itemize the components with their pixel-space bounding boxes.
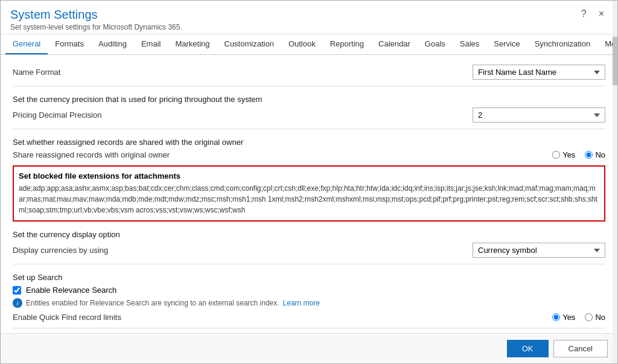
categorized-search-partial-row: Select entities for Categorized Search xyxy=(13,328,605,333)
tab-goals[interactable]: Goals xyxy=(418,34,453,54)
title-bar-left: System Settings Set system-level setting… xyxy=(10,8,182,31)
quick-find-no-label: No xyxy=(595,313,605,322)
settings-content: Name Format First Name Last Name Last Na… xyxy=(1,55,617,333)
tab-synchronization[interactable]: Synchronization xyxy=(527,34,598,54)
tab-reporting[interactable]: Reporting xyxy=(323,34,371,54)
tab-auditing[interactable]: Auditing xyxy=(91,34,134,54)
tab-general[interactable]: General xyxy=(5,34,48,54)
blocked-extensions-box: Set blocked file extensions for attachme… xyxy=(13,165,605,222)
quick-find-no-radio[interactable] xyxy=(585,313,593,321)
close-button[interactable]: × xyxy=(595,8,608,20)
dialog-footer: OK Cancel xyxy=(1,333,617,363)
name-format-label: Name Format xyxy=(13,68,60,77)
name-format-row: Name Format First Name Last Name Last Na… xyxy=(13,65,605,80)
title-bar-right: ? × xyxy=(578,8,608,20)
help-button[interactable]: ? xyxy=(578,8,590,20)
tab-bar: General Formats Auditing Email Marketing… xyxy=(1,34,617,55)
quick-find-label: Enable Quick Find record limits xyxy=(13,313,121,322)
tab-customization[interactable]: Customization xyxy=(217,34,281,54)
scrollbar-track xyxy=(613,1,617,363)
quick-find-yes-radio[interactable] xyxy=(552,313,560,321)
tab-sales[interactable]: Sales xyxy=(453,34,487,54)
info-icon: i xyxy=(13,298,22,308)
divider-1 xyxy=(13,86,605,86)
quick-find-yes-option[interactable]: Yes xyxy=(552,313,575,322)
tab-calendar[interactable]: Calendar xyxy=(371,34,418,54)
dialog-title: System Settings xyxy=(10,8,182,22)
name-format-select[interactable]: First Name Last Name Last Name First Nam… xyxy=(473,65,605,80)
tab-email[interactable]: Email xyxy=(134,34,168,54)
cancel-button[interactable]: Cancel xyxy=(553,340,608,357)
currency-display-row: Display currencies by using Currency sym… xyxy=(13,243,605,258)
blocked-extensions-text: ade;adp;app;asa;ashx;asmx;asp;bas;bat;cd… xyxy=(19,183,599,216)
reassigned-yes-label: Yes xyxy=(562,150,575,159)
tab-formats[interactable]: Formats xyxy=(48,34,91,54)
reassigned-section-header: Set whether reassigned records are share… xyxy=(13,138,605,147)
reassigned-no-radio[interactable] xyxy=(585,151,593,159)
ok-button[interactable]: OK xyxy=(507,340,549,357)
quick-find-radio-group: Yes No xyxy=(552,313,605,322)
sync-info-row: i Entities enabled for Relevance Search … xyxy=(13,298,605,308)
tab-service[interactable]: Service xyxy=(486,34,527,54)
sync-info-text: Entities enabled for Relevance Search ar… xyxy=(26,299,279,307)
divider-3 xyxy=(13,264,605,264)
reassigned-no-label: No xyxy=(595,150,605,159)
quick-find-no-option[interactable]: No xyxy=(585,313,605,322)
quick-find-yes-label: Yes xyxy=(562,313,575,322)
reassigned-radio-group: Yes No xyxy=(552,150,605,159)
search-section-header: Set up Search xyxy=(13,273,605,282)
reassigned-no-option[interactable]: No xyxy=(585,150,605,159)
relevance-search-row: Enable Relevance Search xyxy=(13,286,605,295)
currency-precision-select[interactable]: 0 1 2 3 4 xyxy=(473,107,605,123)
relevance-search-checkbox[interactable] xyxy=(13,286,21,295)
divider-2 xyxy=(13,129,605,129)
currency-display-select[interactable]: Currency symbol Currency code xyxy=(473,243,605,258)
currency-display-section-header: Set the currency display option xyxy=(13,230,605,239)
reassigned-row: Share reassigned records with original o… xyxy=(13,150,605,159)
currency-precision-section-header: Set the currency precision that is used … xyxy=(13,95,605,104)
currency-display-label: Display currencies by using xyxy=(13,246,108,255)
learn-more-link[interactable]: Learn more xyxy=(283,299,320,307)
reassigned-label: Share reassigned records with original o… xyxy=(13,150,170,159)
blocked-extensions-label: Set blocked file extensions for attachme… xyxy=(19,171,599,180)
currency-precision-label: Pricing Decimal Precision xyxy=(13,110,101,120)
scrollbar-thumb[interactable] xyxy=(613,37,617,85)
tab-outlook[interactable]: Outlook xyxy=(281,34,323,54)
reassigned-yes-radio[interactable] xyxy=(552,151,560,159)
title-bar: System Settings Set system-level setting… xyxy=(1,1,617,34)
currency-precision-row: Pricing Decimal Precision 0 1 2 3 4 xyxy=(13,107,605,123)
reassigned-yes-option[interactable]: Yes xyxy=(552,150,575,159)
tab-marketing[interactable]: Marketing xyxy=(168,34,217,54)
quick-find-row: Enable Quick Find record limits Yes No xyxy=(13,313,605,322)
relevance-search-label: Enable Relevance Search xyxy=(26,286,116,295)
dialog-subtitle: Set system-level settings for Microsoft … xyxy=(10,23,182,31)
system-settings-dialog: System Settings Set system-level setting… xyxy=(0,0,618,364)
